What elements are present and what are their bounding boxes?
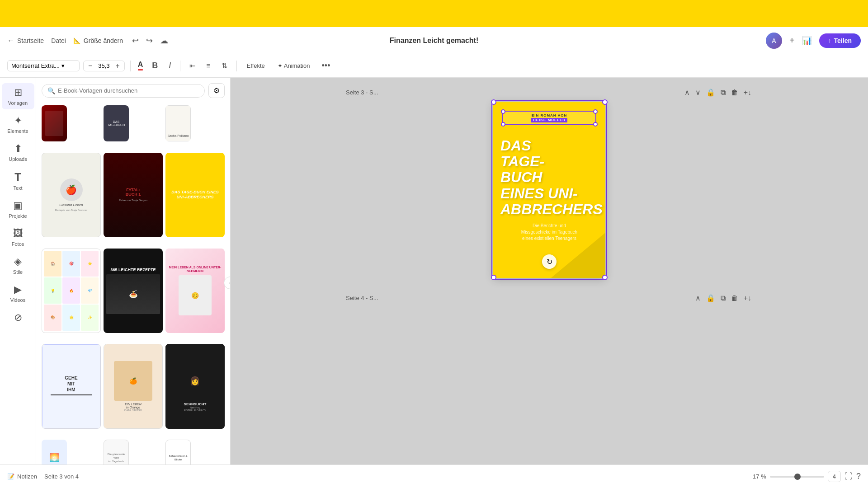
add-user-button[interactable]: + [789, 35, 795, 46]
template-item[interactable]: Sacha Politano [165, 105, 191, 141]
vorlagen-label: Vorlagen [8, 100, 28, 106]
notes-button[interactable]: 📝 Notizen [7, 473, 37, 480]
redo-button[interactable]: ↪ [144, 34, 155, 47]
book-canvas-wrap[interactable]: EIN ROMAN VON HEIKE MÜLLER ↻ DASTAGE-BUC [493, 102, 605, 278]
handle-bl[interactable] [501, 122, 505, 127]
page-count-button[interactable]: 4 [828, 471, 841, 482]
template-item[interactable]: 🍎 Gesund Leben Rezepte von Maja Brenner [42, 153, 101, 237]
templates-panel: 🔍 ⚙ DAS TAGEBUCH Sacha Politano [36, 78, 231, 488]
sidebar-item-stile[interactable]: ◈ Stile [2, 252, 34, 278]
uploads-label: Uploads [9, 156, 27, 162]
sidebar-item-projekte[interactable]: ▣ Projekte [2, 196, 34, 222]
resize-button[interactable]: 📐 Größe ändern [73, 37, 123, 44]
chevron-down-icon: ▾ [61, 62, 65, 69]
author-text-box[interactable]: EIN ROMAN VON HEIKE MÜLLER [502, 111, 596, 125]
sidebar-item-vorlagen[interactable]: ⊞ Vorlagen [2, 83, 34, 109]
template-item[interactable]: DAS TAGE-BUCH EINES UNI-ABBRECHERS [165, 153, 225, 237]
page-4-section: Seite 4 - S... ∧ 🔒 ⧉ 🗑 +↓ [346, 292, 753, 307]
align-left-button[interactable]: ⇤ [186, 59, 199, 73]
handle-tl[interactable] [501, 109, 505, 114]
videos-icon: ▶ [14, 284, 22, 296]
page-3-label: Seite 3 - S... [346, 89, 378, 96]
sidebar-item-uploads[interactable]: ⬆ Uploads [2, 139, 34, 165]
bold-button[interactable]: B [148, 58, 161, 73]
help-button[interactable]: ? [856, 472, 861, 481]
page-4-collapse-button[interactable]: ∧ [694, 292, 702, 304]
stile-label: Stile [13, 269, 23, 275]
page-3-lock-button[interactable]: 🔒 [705, 87, 717, 98]
canvas-handle-tl[interactable] [491, 99, 496, 105]
animation-button[interactable]: ✦ Animation [273, 60, 315, 72]
refresh-handle[interactable]: ↻ [542, 254, 557, 269]
page-count: 4 [833, 473, 836, 480]
notes-label: Notizen [17, 473, 37, 480]
template-item[interactable]: 👩 SEHNSUCHT Neil Roy ESTELLE DARCY [165, 344, 225, 428]
template-item[interactable]: FATAL:BUCH 1 Reise von Tanja Bergen [104, 153, 163, 237]
cloud-save-button[interactable]: ☁ [158, 34, 170, 47]
canvas-handle-bl[interactable] [491, 275, 496, 280]
text-color-button[interactable]: A [136, 59, 145, 72]
page-4-lock-button[interactable]: 🔒 [705, 292, 717, 304]
file-menu-button[interactable]: Datei [51, 37, 66, 44]
left-sidebar: ⊞ Vorlagen ✦ Elemente ⬆ Uploads T Text ▣… [0, 78, 36, 488]
canvas-handle-br[interactable] [602, 275, 608, 280]
template-item[interactable] [42, 105, 67, 141]
sidebar-item-videos[interactable]: ▶ Videos [2, 280, 34, 306]
zoom-thumb[interactable] [794, 474, 801, 480]
decrease-font-size-button[interactable]: − [86, 62, 94, 70]
line-height-button[interactable]: ⇅ [218, 59, 231, 73]
page-3-collapse-button[interactable]: ∧ [683, 87, 691, 98]
videos-label: Videos [10, 297, 25, 303]
canvas-handle-tr[interactable] [602, 99, 608, 105]
undo-button[interactable]: ↩ [130, 34, 141, 47]
main-layout: ⊞ Vorlagen ✦ Elemente ⬆ Uploads T Text ▣… [0, 78, 868, 488]
template-item[interactable]: 🏠 🎯 ⭐ 💡 🔥 💎 🎨 🌟 ✨ [42, 249, 101, 333]
templates-grid: DAS TAGEBUCH Sacha Politano 🍎 Gesund Leb… [36, 102, 230, 488]
list-button[interactable]: ≡ [203, 59, 214, 73]
notes-icon: 📝 [7, 473, 14, 480]
handle-tr[interactable] [593, 109, 598, 114]
page-4-add-button[interactable]: +↓ [742, 293, 753, 304]
home-label: Startseite [17, 37, 44, 44]
template-item[interactable]: 365 LEICHTE REZEPTE 🍝 [104, 249, 163, 333]
page-4-delete-button[interactable]: 🗑 [730, 293, 740, 304]
header-center: Finanzen Leicht gemacht! [390, 37, 478, 45]
book-canvas[interactable]: EIN ROMAN VON HEIKE MÜLLER ↻ DASTAGE-BUC [493, 102, 605, 278]
back-arrow-icon: ← [7, 37, 14, 45]
page-3-delete-button[interactable]: 🗑 [730, 87, 740, 98]
sidebar-item-text[interactable]: T Text [2, 167, 34, 194]
effects-button[interactable]: Effekte [242, 60, 269, 72]
fullscreen-button[interactable]: ⛶ [844, 472, 853, 481]
filter-button[interactable]: ⚙ [208, 83, 225, 98]
page-3-copy-button[interactable]: ⧉ [719, 87, 727, 98]
template-item[interactable]: 🍊 EIN LEBENin Orange DATA STUDIO [104, 344, 163, 428]
page-3-controls: ∧ ∨ 🔒 ⧉ 🗑 +↓ [683, 87, 753, 98]
more-options-button[interactable]: ••• [318, 59, 334, 72]
template-item[interactable]: DAS TAGEBUCH [104, 105, 129, 141]
sidebar-item-elemente[interactable]: ✦ Elemente [2, 111, 34, 137]
pattern-icon: ⊘ [14, 312, 22, 324]
template-item[interactable]: MEIN LEBEN ALS ONLINE UNTER-NEHMERIN 😊 [165, 249, 225, 333]
template-item[interactable]: GEHEMITIHM [42, 344, 101, 428]
format-toolbar: Montserrat Extra... ▾ − 35,3 + A B I ⇤ ≡… [0, 54, 868, 78]
sidebar-item-pattern[interactable]: ⊘ [2, 308, 34, 327]
page-4-label-bar: Seite 4 - S... ∧ 🔒 ⧉ 🗑 +↓ [346, 292, 753, 304]
analytics-icon[interactable]: 📊 [802, 36, 812, 46]
share-button[interactable]: ↑ Teilen [819, 33, 861, 48]
animation-icon: ✦ [278, 62, 283, 69]
zoom-control: 17 % 4 ⛶ ? [753, 471, 861, 482]
page-4-copy-button[interactable]: ⧉ [719, 293, 727, 304]
page-3-expand-button[interactable]: ∨ [694, 87, 702, 98]
back-home-button[interactable]: ← Startseite [7, 37, 44, 45]
page-3-add-button[interactable]: +↓ [742, 87, 753, 98]
increase-font-size-button[interactable]: + [113, 62, 121, 70]
header-left: ← Startseite Datei 📐 Größe ändern ↩ ↪ ☁ [7, 34, 759, 47]
sidebar-item-fotos[interactable]: 🖼 Fotos [2, 224, 34, 250]
handle-br[interactable] [593, 122, 598, 127]
font-family-selector[interactable]: Montserrat Extra... ▾ [7, 60, 80, 71]
italic-button[interactable]: I [165, 58, 175, 73]
search-input[interactable] [58, 87, 199, 94]
fotos-icon: 🖼 [13, 228, 23, 239]
page-4-label: Seite 4 - S... [346, 295, 378, 301]
zoom-slider[interactable] [770, 476, 824, 478]
